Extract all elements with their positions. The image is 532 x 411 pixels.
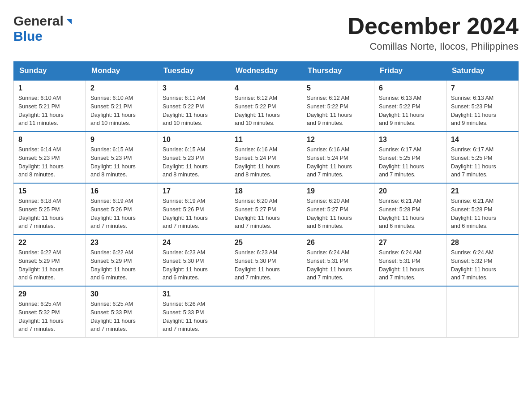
calendar-cell: 23 Sunrise: 6:22 AMSunset: 5:29 PMDaylig… <box>86 235 158 286</box>
title-area: December 2024 Comillas Norte, Ilocos, Ph… <box>348 13 519 52</box>
day-info: Sunrise: 6:13 AMSunset: 5:23 PMDaylight:… <box>451 95 496 126</box>
calendar-week-row: 22 Sunrise: 6:22 AMSunset: 5:29 PMDaylig… <box>14 235 519 286</box>
day-number: 24 <box>163 239 225 247</box>
col-header-friday: Friday <box>374 62 446 81</box>
day-number: 22 <box>18 239 81 247</box>
logo-triangle-icon <box>64 17 73 26</box>
location-subtitle: Comillas Norte, Ilocos, Philippines <box>348 41 519 52</box>
day-number: 3 <box>163 84 225 92</box>
col-header-thursday: Thursday <box>302 62 374 81</box>
calendar-cell: 28 Sunrise: 6:24 AMSunset: 5:32 PMDaylig… <box>446 235 519 286</box>
day-info: Sunrise: 6:26 AMSunset: 5:33 PMDaylight:… <box>163 301 208 332</box>
day-number: 10 <box>163 136 225 144</box>
col-header-tuesday: Tuesday <box>158 62 230 81</box>
day-info: Sunrise: 6:13 AMSunset: 5:22 PMDaylight:… <box>379 95 424 126</box>
calendar-cell: 4 Sunrise: 6:12 AMSunset: 5:22 PMDayligh… <box>230 80 302 132</box>
day-info: Sunrise: 6:16 AMSunset: 5:24 PMDaylight:… <box>307 146 352 178</box>
col-header-saturday: Saturday <box>446 62 519 81</box>
day-number: 21 <box>451 187 514 195</box>
calendar-cell: 5 Sunrise: 6:12 AMSunset: 5:22 PMDayligh… <box>302 80 374 132</box>
day-info: Sunrise: 6:11 AMSunset: 5:22 PMDaylight:… <box>163 95 208 126</box>
day-number: 1 <box>18 84 81 92</box>
day-number: 13 <box>379 136 442 144</box>
day-number: 30 <box>90 290 153 298</box>
day-number: 16 <box>90 187 153 195</box>
calendar-cell: 2 Sunrise: 6:10 AMSunset: 5:21 PMDayligh… <box>86 80 158 132</box>
calendar-cell: 1 Sunrise: 6:10 AMSunset: 5:21 PMDayligh… <box>14 80 86 132</box>
day-info: Sunrise: 6:10 AMSunset: 5:21 PMDaylight:… <box>18 95 64 126</box>
col-header-sunday: Sunday <box>14 62 86 81</box>
calendar-cell: 30 Sunrise: 6:25 AMSunset: 5:33 PMDaylig… <box>86 286 158 338</box>
calendar-cell: 19 Sunrise: 6:20 AMSunset: 5:27 PMDaylig… <box>302 183 374 235</box>
day-info: Sunrise: 6:15 AMSunset: 5:23 PMDaylight:… <box>163 146 208 178</box>
day-number: 6 <box>379 84 442 92</box>
calendar-cell: 15 Sunrise: 6:18 AMSunset: 5:25 PMDaylig… <box>14 183 86 235</box>
calendar-week-row: 1 Sunrise: 6:10 AMSunset: 5:21 PMDayligh… <box>14 80 519 132</box>
day-number: 2 <box>90 84 153 92</box>
day-info: Sunrise: 6:10 AMSunset: 5:21 PMDaylight:… <box>90 95 136 126</box>
day-number: 19 <box>307 187 369 195</box>
logo: General Blue <box>13 13 73 44</box>
day-info: Sunrise: 6:17 AMSunset: 5:25 PMDaylight:… <box>451 146 496 178</box>
col-header-wednesday: Wednesday <box>230 62 302 81</box>
day-info: Sunrise: 6:17 AMSunset: 5:25 PMDaylight:… <box>379 146 424 178</box>
day-number: 14 <box>451 136 514 144</box>
calendar-cell: 27 Sunrise: 6:24 AMSunset: 5:31 PMDaylig… <box>374 235 446 286</box>
col-header-monday: Monday <box>86 62 158 81</box>
day-info: Sunrise: 6:20 AMSunset: 5:27 PMDaylight:… <box>235 198 280 229</box>
calendar-cell: 24 Sunrise: 6:23 AMSunset: 5:30 PMDaylig… <box>158 235 230 286</box>
day-info: Sunrise: 6:24 AMSunset: 5:31 PMDaylight:… <box>307 249 352 281</box>
logo-blue-text: Blue <box>13 29 43 43</box>
calendar-cell <box>446 286 519 338</box>
calendar-cell: 6 Sunrise: 6:13 AMSunset: 5:22 PMDayligh… <box>374 80 446 132</box>
day-number: 31 <box>163 290 225 298</box>
calendar-cell: 14 Sunrise: 6:17 AMSunset: 5:25 PMDaylig… <box>446 132 519 183</box>
calendar-cell: 16 Sunrise: 6:19 AMSunset: 5:26 PMDaylig… <box>86 183 158 235</box>
day-info: Sunrise: 6:22 AMSunset: 5:29 PMDaylight:… <box>18 249 64 281</box>
calendar-cell: 12 Sunrise: 6:16 AMSunset: 5:24 PMDaylig… <box>302 132 374 183</box>
day-number: 20 <box>379 187 442 195</box>
calendar-cell: 3 Sunrise: 6:11 AMSunset: 5:22 PMDayligh… <box>158 80 230 132</box>
day-number: 23 <box>90 239 153 247</box>
day-number: 12 <box>307 136 369 144</box>
calendar-cell: 11 Sunrise: 6:16 AMSunset: 5:24 PMDaylig… <box>230 132 302 183</box>
calendar-table: SundayMondayTuesdayWednesdayThursdayFrid… <box>13 61 519 338</box>
day-number: 26 <box>307 239 369 247</box>
day-number: 17 <box>163 187 225 195</box>
calendar-cell: 10 Sunrise: 6:15 AMSunset: 5:23 PMDaylig… <box>158 132 230 183</box>
day-number: 11 <box>235 136 297 144</box>
page-header: General Blue December 2024 Comillas Nort… <box>13 13 519 52</box>
day-number: 9 <box>90 136 153 144</box>
day-info: Sunrise: 6:12 AMSunset: 5:22 PMDaylight:… <box>307 95 352 126</box>
day-info: Sunrise: 6:15 AMSunset: 5:23 PMDaylight:… <box>90 146 136 178</box>
calendar-header-row: SundayMondayTuesdayWednesdayThursdayFrid… <box>14 62 519 81</box>
calendar-cell: 29 Sunrise: 6:25 AMSunset: 5:32 PMDaylig… <box>14 286 86 338</box>
day-number: 8 <box>18 136 81 144</box>
calendar-cell: 22 Sunrise: 6:22 AMSunset: 5:29 PMDaylig… <box>14 235 86 286</box>
day-info: Sunrise: 6:19 AMSunset: 5:26 PMDaylight:… <box>90 198 136 229</box>
calendar-cell: 26 Sunrise: 6:24 AMSunset: 5:31 PMDaylig… <box>302 235 374 286</box>
day-info: Sunrise: 6:19 AMSunset: 5:26 PMDaylight:… <box>163 198 208 229</box>
calendar-cell: 21 Sunrise: 6:21 AMSunset: 5:28 PMDaylig… <box>446 183 519 235</box>
day-info: Sunrise: 6:24 AMSunset: 5:31 PMDaylight:… <box>379 249 424 281</box>
day-info: Sunrise: 6:12 AMSunset: 5:22 PMDaylight:… <box>235 95 280 126</box>
day-number: 29 <box>18 290 81 298</box>
day-number: 5 <box>307 84 369 92</box>
day-number: 7 <box>451 84 514 92</box>
calendar-cell: 8 Sunrise: 6:14 AMSunset: 5:23 PMDayligh… <box>14 132 86 183</box>
day-info: Sunrise: 6:20 AMSunset: 5:27 PMDaylight:… <box>307 198 352 229</box>
calendar-week-row: 8 Sunrise: 6:14 AMSunset: 5:23 PMDayligh… <box>14 132 519 183</box>
logo-general-text: General <box>13 13 64 29</box>
day-info: Sunrise: 6:21 AMSunset: 5:28 PMDaylight:… <box>379 198 424 229</box>
calendar-cell: 9 Sunrise: 6:15 AMSunset: 5:23 PMDayligh… <box>86 132 158 183</box>
calendar-cell: 25 Sunrise: 6:23 AMSunset: 5:30 PMDaylig… <box>230 235 302 286</box>
day-info: Sunrise: 6:25 AMSunset: 5:32 PMDaylight:… <box>18 301 64 332</box>
calendar-cell: 20 Sunrise: 6:21 AMSunset: 5:28 PMDaylig… <box>374 183 446 235</box>
calendar-cell <box>230 286 302 338</box>
month-title: December 2024 <box>348 13 519 39</box>
day-info: Sunrise: 6:23 AMSunset: 5:30 PMDaylight:… <box>163 249 208 281</box>
calendar-cell: 18 Sunrise: 6:20 AMSunset: 5:27 PMDaylig… <box>230 183 302 235</box>
day-info: Sunrise: 6:21 AMSunset: 5:28 PMDaylight:… <box>451 198 496 229</box>
calendar-cell: 17 Sunrise: 6:19 AMSunset: 5:26 PMDaylig… <box>158 183 230 235</box>
day-info: Sunrise: 6:22 AMSunset: 5:29 PMDaylight:… <box>90 249 136 281</box>
